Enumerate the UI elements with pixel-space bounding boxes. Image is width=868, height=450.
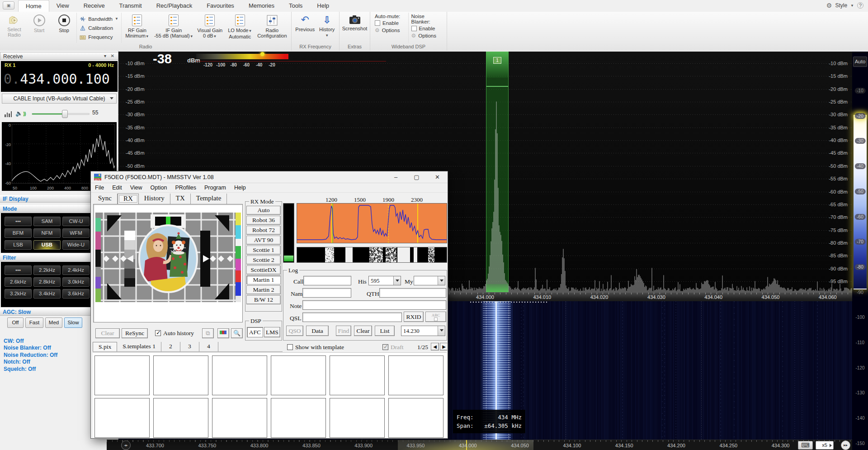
palette-level-label[interactable]: -130 [853, 390, 867, 396]
radio-configuration-button[interactable]: RadioConfiguration [255, 13, 289, 43]
mode-button[interactable]: Wide-U [62, 240, 90, 250]
template-tab[interactable]: S.templates 1 [117, 342, 161, 351]
prev-template-button[interactable]: ◀ [431, 343, 439, 351]
volume-slider[interactable] [32, 113, 90, 115]
agc-button[interactable]: Fast [25, 317, 43, 328]
template-tab[interactable]: 4 [199, 342, 218, 351]
auto-mute-enable[interactable]: Enable [375, 20, 406, 26]
receive-panel-header[interactable]: Receive ▾ ✕ [0, 52, 118, 60]
dsp-status-link[interactable]: Noise Blanker: Off [4, 345, 51, 351]
mmsstv-menu-item[interactable]: File [91, 183, 108, 192]
rx-mode-button[interactable]: B/W 12 [246, 295, 281, 304]
filter-button[interactable]: 2.2kHz [33, 265, 61, 275]
palette-level-label[interactable]: -60 [854, 214, 865, 220]
dsp-status-link[interactable]: Notch: Off [4, 359, 30, 365]
agc-button[interactable]: Slow [64, 317, 82, 328]
screenshot-button[interactable]: Screenshot [341, 13, 368, 43]
abc-checkbox-button[interactable]: ABC [425, 312, 446, 322]
equalizer-icon[interactable] [5, 110, 12, 117]
dropdown-button[interactable] [393, 276, 401, 285]
my-combo[interactable] [414, 276, 445, 285]
draft-checkbox[interactable] [382, 344, 388, 350]
lms-button[interactable]: LMS [264, 327, 280, 337]
stop-button[interactable]: Stop [52, 13, 76, 43]
help-icon[interactable]: ? [857, 2, 863, 9]
minimize-button[interactable]: – [386, 171, 406, 183]
mmsstv-tab[interactable]: Sync [93, 194, 118, 204]
mode-button[interactable]: WFM [62, 228, 90, 238]
log-frequency-combo[interactable]: 14.230 [401, 326, 445, 336]
qth-input[interactable] [379, 288, 446, 298]
sstv-clear-button[interactable]: Clear [95, 328, 120, 338]
note-input[interactable] [302, 300, 446, 310]
color-image-icon[interactable] [217, 328, 229, 338]
template-thumbnail-slot[interactable] [212, 398, 267, 438]
noise-blanker-options[interactable]: ⚙Options [411, 33, 442, 39]
if-gain-button[interactable]: IF Gain-55 dB (Manual)▼ [153, 13, 194, 43]
rx-mode-button[interactable]: Martin 2 [246, 285, 281, 294]
app-menu-icon[interactable]: ▣ [3, 1, 14, 9]
checkbox-icon[interactable] [411, 26, 417, 31]
next-template-button[interactable]: ▶ [440, 343, 448, 351]
filter-button[interactable]: 2.8kHz [33, 277, 61, 287]
mode-button[interactable]: CW-U [62, 217, 90, 226]
ribbon-tab[interactable]: Rec/Playback [149, 0, 199, 12]
close-button[interactable]: ✕ [427, 171, 448, 183]
speaker-icon[interactable]: 🔈 [15, 110, 26, 117]
mmsstv-tab[interactable]: Template [191, 194, 227, 204]
data-button[interactable]: Data [306, 326, 329, 336]
mode-button[interactable]: NFM [33, 228, 61, 238]
mode-button[interactable]: LSB [5, 240, 32, 250]
ribbon-tab[interactable]: Favourites [199, 0, 241, 12]
previous-button[interactable]: ↶ Previous [293, 13, 316, 43]
template-thumbnail-slot[interactable] [153, 355, 208, 395]
scale-scroll-button[interactable]: ◂▸ [121, 441, 131, 450]
template-thumbnail-slot[interactable] [330, 398, 385, 438]
dropdown-button[interactable] [438, 276, 445, 285]
calibration-button[interactable]: Calibration [80, 24, 118, 32]
palette-level-label[interactable]: -110 [854, 340, 867, 346]
mmsstv-menu-item[interactable]: Help [230, 183, 250, 192]
palette-level-label[interactable]: -50 [854, 189, 865, 194]
filter-button[interactable]: 2.6kHz [5, 277, 32, 287]
maximize-button[interactable]: ▢ [406, 171, 427, 183]
mmsstv-tab[interactable]: TX [170, 194, 191, 204]
palette-level-label[interactable]: -40 [854, 163, 865, 169]
ribbon-tab[interactable]: Help [310, 0, 336, 12]
rx-mode-button[interactable]: ScottieDX [246, 265, 281, 275]
rx-mode-button[interactable]: AVT 90 [246, 236, 281, 245]
his-combo[interactable]: 595 [368, 276, 401, 285]
mmsstv-tab[interactable]: RX [118, 194, 139, 204]
style-menu[interactable]: Style [835, 2, 847, 9]
list-button[interactable]: List [375, 326, 395, 336]
template-thumbnail-slot[interactable] [94, 398, 150, 438]
history-button[interactable]: ⇩ History▼ [316, 13, 337, 43]
qso-button[interactable]: QSO [286, 326, 303, 336]
agc-button[interactable]: Off [7, 317, 24, 328]
frequency-button[interactable]: Frequency [80, 33, 118, 41]
scale-play-button[interactable]: ▸▸ [841, 441, 850, 450]
rf-gain-button[interactable]: RF GainMinimum▼ [122, 13, 153, 43]
template-thumbnail-slot[interactable] [271, 355, 326, 395]
palette-level-label[interactable]: -150 [853, 441, 867, 446]
template-thumbnail-slot[interactable] [388, 398, 443, 438]
mmsstv-menu-item[interactable]: View [126, 183, 146, 192]
filter-button[interactable]: 2.4kHz [62, 265, 90, 275]
ribbon-tab[interactable]: Receive [76, 0, 112, 12]
visual-gain-button[interactable]: Visual Gain0 dB▼ [194, 13, 225, 43]
mode-button[interactable]: ••• [5, 217, 32, 226]
magnifier-icon[interactable]: 🔍 [231, 328, 243, 338]
dsp-status-link[interactable]: Squelch: Off [4, 366, 36, 372]
mmsstv-tab[interactable]: History [139, 194, 170, 204]
mmsstv-menu-item[interactable]: PRofiles [171, 183, 200, 192]
ribbon-tab[interactable]: Transmit [112, 0, 149, 12]
lo-mode-button[interactable]: LO Mode▼Automatic [225, 13, 255, 43]
mmsstv-menu-item[interactable]: Option [146, 183, 171, 192]
ribbon-tab[interactable]: Home [18, 0, 49, 12]
dsp-status-link[interactable]: Noise Reduction: Off [4, 352, 57, 358]
filter-button[interactable]: 3.0kHz [62, 277, 90, 287]
settings-gear-icon[interactable]: ⚙ [826, 2, 832, 9]
name-input[interactable] [302, 288, 351, 298]
start-button[interactable]: Start [27, 13, 52, 43]
copy-pages-icon[interactable]: ⧉ [202, 328, 214, 338]
